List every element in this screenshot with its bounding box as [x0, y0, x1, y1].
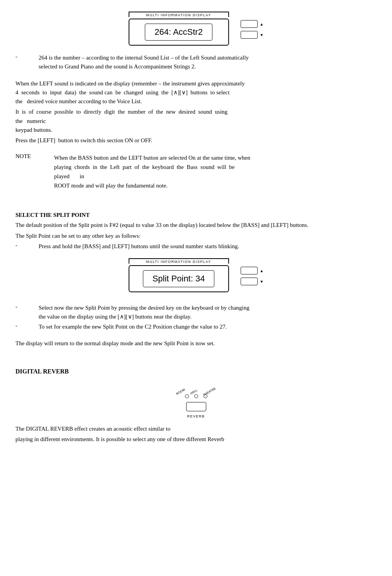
up-button-2[interactable]: ▲ [241, 267, 264, 274]
nav-buttons-1: ▲ ▼ [241, 20, 264, 39]
reverb-type-labels: ROOM HALL THEATRE [175, 381, 217, 394]
bottom-para-2: playing in different environments. It is… [15, 435, 377, 444]
dash-line-1: 264 is the number – according to the int… [39, 55, 249, 61]
split-para-1: The default position of the Split point … [15, 221, 377, 230]
up-btn-rect-2[interactable] [241, 267, 258, 274]
split-dash-2: - Select now the new Split Point by pres… [15, 303, 377, 322]
dash-content-1: 264 is the number – according to the int… [39, 53, 377, 72]
up-arrow-icon-2: ▲ [260, 269, 264, 273]
split-dash-sym-1: - [15, 242, 39, 251]
down-arrow-icon-2: ▼ [260, 279, 264, 284]
display-outer-1: 264: AccStr2 [129, 19, 229, 46]
note-line-3: played in [54, 173, 84, 179]
note-block: NOTE When the BASS button and the LEFT b… [15, 153, 377, 190]
note-line-4: ROOT mode and will play the fundamental … [54, 182, 168, 189]
up-arrow-icon-1: ▲ [260, 22, 264, 26]
para-1: When the LEFT sound is indicated on the … [15, 79, 377, 106]
display-label-2: MULTI INFORMATION DISPLAY [129, 258, 229, 264]
up-btn-rect-1[interactable] [241, 20, 258, 28]
reverb-button[interactable] [186, 402, 206, 411]
down-btn-rect-2[interactable] [241, 278, 258, 285]
reverb-dot-1 [185, 394, 189, 398]
display-wrapper-2: MULTI INFORMATION DISPLAY Split Point: 3… [129, 258, 229, 292]
display-value-2: Split Point: 34 [143, 270, 215, 287]
dash-1: - [15, 53, 39, 72]
split-end-para: The display will return to the normal di… [15, 339, 377, 348]
digital-reverb-heading: DIGITAL REVERB [15, 368, 377, 375]
display-wrapper-1: MULTI INFORMATION DISPLAY 264: AccStr2 [129, 12, 229, 46]
reverb-type-theatre: THEATRE [202, 387, 216, 397]
display-section-1: MULTI INFORMATION DISPLAY 264: AccStr2 ▲… [15, 12, 377, 46]
display-value-1: 264: AccStr2 [145, 24, 212, 41]
nav-buttons-2: ▲ ▼ [241, 267, 264, 285]
note-line-1: When the BASS button and the LEFT button… [54, 155, 250, 161]
dash-line-2: selected to Grand Piano and the sound is… [39, 63, 196, 70]
split-dash-content-3: To set for example the new Split Point o… [39, 322, 377, 331]
down-btn-rect-1[interactable] [241, 31, 258, 39]
split-para-2: The Split Point can be set to any other … [15, 232, 377, 240]
reverb-label: REVERB [187, 414, 205, 418]
up-button-1[interactable]: ▲ [241, 20, 264, 28]
dash-section-1: - 264 is the number – according to the i… [15, 53, 377, 72]
display-outer-2: Split Point: 34 [129, 265, 229, 292]
split-dash-sym-3: - [15, 322, 39, 331]
split-dash-sym-2: - [15, 303, 39, 322]
split-point-heading: SELECT THE SPLIT POINT [15, 212, 377, 218]
note-content: When the BASS button and the LEFT button… [54, 153, 377, 190]
display-section-2: MULTI INFORMATION DISPLAY Split Point: 3… [15, 258, 377, 292]
split-dash-content-1: Press and hold the [BASS] and [LEFT] but… [39, 242, 377, 251]
reverb-dot-2 [194, 394, 198, 398]
bottom-para-1: The DIGITAL REVERB effect creates an aco… [15, 424, 377, 433]
down-button-2[interactable]: ▼ [241, 278, 264, 285]
down-arrow-icon-1: ▼ [260, 33, 264, 37]
bottom-text: The DIGITAL REVERB effect creates an aco… [15, 424, 377, 444]
split-dash-3: - To set for example the new Split Point… [15, 322, 377, 331]
para-2: It is of course possible to directly dig… [15, 107, 377, 135]
display-label-1: MULTI INFORMATION DISPLAY [129, 12, 229, 17]
split-dash-1: - Press and hold the [BASS] and [LEFT] b… [15, 242, 377, 251]
para-3: Press the [LEFT] button to switch this s… [15, 136, 377, 145]
note-label: NOTE [15, 153, 54, 190]
down-button-1[interactable]: ▼ [241, 31, 264, 39]
reverb-type-room: ROOM [175, 388, 185, 395]
note-line-2: playing chords in the Left part of the k… [54, 164, 234, 170]
reverb-diagram: ROOM HALL THEATRE REVERB [15, 381, 377, 418]
split-dash-content-2: Select now the new Split Point by pressi… [39, 303, 377, 322]
